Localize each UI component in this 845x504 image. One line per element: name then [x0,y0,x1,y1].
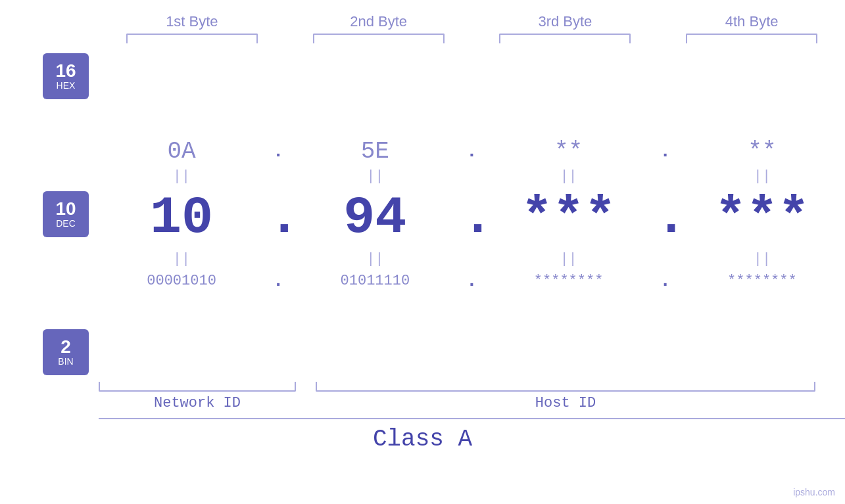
hex-dot2: . [462,141,481,162]
dec-byte1: 10 [116,188,247,248]
main-container: 1st Byte 2nd Byte 3rd Byte 4th Byte 16 H… [0,0,845,504]
dec-byte4: *** [696,188,828,248]
values-area: 0A . 5E . ** . ** || || [99,53,845,375]
hex-byte1: 0A [116,138,247,165]
hex-dot3: . [656,141,675,162]
hex-badge: 16 HEX [43,53,89,99]
bin-dot1: . [268,271,288,291]
bin-byte4: ******** [696,273,828,289]
class-label: Class A [0,426,845,453]
byte2-label: 2nd Byte [313,13,445,30]
bracket2 [313,34,445,43]
equals-row1: || || || || [99,165,845,188]
equals-row2: || || || || [99,248,845,271]
bin-badge: 2 BIN [43,329,89,375]
bottom-bracket-right [316,382,815,392]
byte1-label: 1st Byte [126,13,258,30]
hex-row: 0A . 5E . ** . ** [99,138,845,165]
bin-byte2: 01011110 [309,273,441,289]
watermark: ipshu.com [793,487,835,497]
bottom-brackets-row [0,382,845,392]
bracket1 [126,34,258,43]
dec-dot3: . [656,188,675,248]
class-row: Class A [0,418,845,453]
dec-row: 10 . 94 . *** . *** [99,188,845,248]
bin-byte1: 00001010 [116,273,247,289]
bin-byte3: ******** [503,273,635,289]
byte4-label: 4th Byte [686,13,817,30]
hex-byte2: 5E [309,138,441,165]
bin-row: 00001010 . 01011110 . ******** . *******… [99,271,845,291]
class-line [99,418,845,419]
bracket4 [686,34,817,43]
bottom-bracket-left [99,382,296,392]
top-brackets [0,34,845,43]
id-labels-row: Network ID Host ID [0,395,845,411]
dec-badge: 10 DEC [43,191,89,237]
network-id-label: Network ID [99,395,296,411]
dec-byte2: 94 [309,188,441,248]
byte3-label: 3rd Byte [499,13,631,30]
header-row: 1st Byte 2nd Byte 3rd Byte 4th Byte [0,0,845,30]
bin-dot2: . [462,271,481,291]
badges-column: 16 HEX 10 DEC 2 BIN [0,53,99,375]
host-id-label: Host ID [316,395,815,411]
bin-dot3: . [656,271,675,291]
hex-dot1: . [268,141,288,162]
dec-dot2: . [462,188,481,248]
dec-byte3: *** [503,188,635,248]
bracket3 [499,34,631,43]
hex-byte3: ** [503,138,635,165]
content-wrapper: 16 HEX 10 DEC 2 BIN 0A . [0,53,845,375]
dec-dot1: . [268,188,288,248]
hex-byte4: ** [696,138,828,165]
